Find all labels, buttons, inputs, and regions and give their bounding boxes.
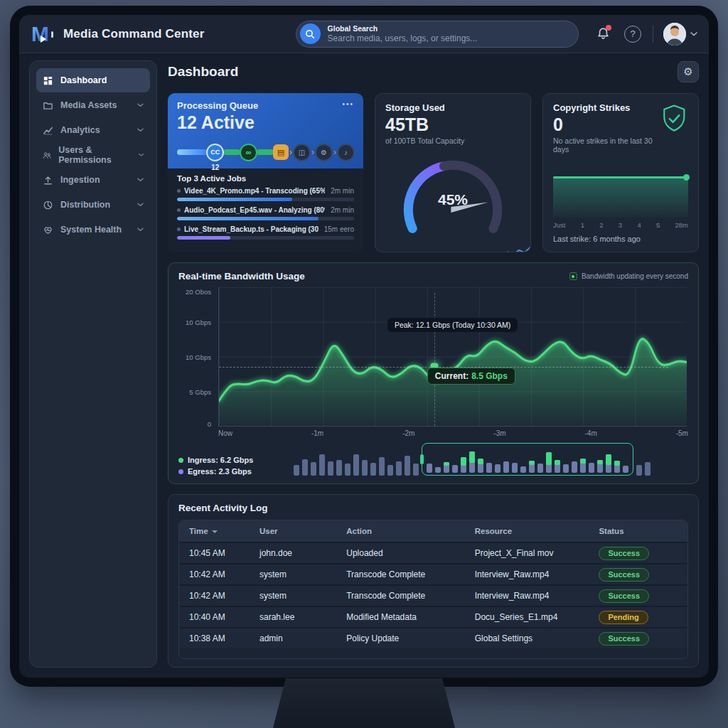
pipeline-node-publish[interactable]: ◫ bbox=[293, 144, 311, 161]
time-dashed-line bbox=[434, 293, 435, 426]
bandwidth-panel: Real-time Bandwidth Usage Bandwidth upda… bbox=[168, 262, 699, 484]
x-tick: -2m bbox=[402, 429, 414, 437]
chevron-down-icon bbox=[137, 128, 144, 132]
minimap-bar bbox=[645, 462, 651, 476]
cell-user: john.doe bbox=[259, 548, 346, 558]
table-row[interactable]: 10:42 AM system Transcode Complete Inter… bbox=[179, 563, 687, 584]
user-menu[interactable] bbox=[663, 23, 697, 46]
cell-resource: Docu_Series_E1.mp4 bbox=[475, 612, 599, 622]
minimap-bar bbox=[405, 456, 410, 476]
sidebar-item-media-assets[interactable]: Media Assets bbox=[36, 93, 150, 117]
job-row[interactable]: Audio_Podcast_Ep45.wav - Analyzing (80%)… bbox=[177, 206, 354, 220]
x-tick: 3 bbox=[619, 221, 622, 229]
progress-fill bbox=[177, 236, 230, 240]
job-name: Audio_Podcast_Ep45.wav - Analyzing (80%) bbox=[177, 206, 325, 214]
sidebar-item-analytics[interactable]: Analytics bbox=[36, 118, 150, 142]
x-tick: 28m bbox=[675, 221, 688, 229]
status-badge: Success bbox=[599, 589, 649, 603]
current-label: Current: bbox=[435, 371, 469, 381]
cell-resource: Global Settings bbox=[475, 633, 599, 643]
col-time[interactable]: Time bbox=[189, 527, 259, 535]
sidebar-item-distribution[interactable]: Distribution bbox=[36, 193, 150, 217]
minimap-bar bbox=[589, 463, 594, 473]
minimap-bar bbox=[319, 454, 325, 476]
cell-resource: Interview_Raw.mp4 bbox=[475, 591, 599, 601]
minimap-bar bbox=[636, 465, 642, 476]
sidebar-item-system-health[interactable]: System Health bbox=[36, 218, 150, 242]
cell-time: 10:42 AM bbox=[189, 591, 259, 601]
x-tick: 4 bbox=[637, 221, 641, 229]
pie-chart-icon bbox=[43, 200, 53, 210]
table-row[interactable]: 10:38 AM admin Policy Update Global Sett… bbox=[179, 627, 687, 648]
help-icon[interactable]: ? bbox=[623, 24, 643, 44]
cell-user: admin bbox=[259, 633, 346, 643]
minimap-bar bbox=[345, 464, 350, 476]
live-status: Bandwidth updating every second bbox=[569, 272, 688, 280]
more-options-icon[interactable]: ••• bbox=[342, 100, 354, 108]
pipeline-node-transcode[interactable]: CC 12 bbox=[206, 144, 224, 161]
upload-icon bbox=[43, 175, 53, 186]
bandwidth-title: Real-time Bandwidth Usage bbox=[178, 271, 305, 282]
chevron-right-icon: › bbox=[333, 147, 336, 157]
minimap-bar bbox=[294, 465, 299, 476]
bandwidth-legend: Ingress: 6.2 Gbps Egress: 2.3 Gbps bbox=[178, 453, 284, 476]
copyright-card: Copyright Strikes 0 No active strikes in… bbox=[542, 93, 699, 252]
strikes-subtitle: No active strikes in the last 30 days bbox=[553, 136, 660, 154]
cell-time: 10:40 AM bbox=[189, 612, 259, 622]
minimap-bar bbox=[503, 461, 509, 473]
x-tick: -4m bbox=[585, 429, 597, 437]
avatar[interactable] bbox=[663, 23, 686, 46]
gauge-percent: 45% bbox=[438, 191, 468, 208]
sidebar-item-ingestion[interactable]: Ingestion bbox=[36, 168, 150, 192]
cell-resource: Interview_Raw.mp4 bbox=[475, 569, 599, 579]
pipeline-node-package[interactable]: ▤ bbox=[273, 144, 289, 160]
minimap-brush-selection[interactable] bbox=[422, 443, 633, 476]
search-icon[interactable] bbox=[300, 23, 321, 44]
settings-gear-icon[interactable]: ⚙ bbox=[678, 61, 699, 82]
job-name: Videe_4K_Promo.mp4 - Transcoding (65%) bbox=[177, 187, 325, 195]
job-row[interactable]: Live_Stream_Backup.ts - Packaging (30%) … bbox=[177, 225, 354, 240]
job-name: Live_Stream_Backup.ts - Packaging (30%) bbox=[177, 225, 318, 233]
progress-track bbox=[177, 236, 354, 240]
minimap-bar bbox=[435, 467, 441, 473]
svg-text:M: M bbox=[31, 23, 49, 46]
minimap-bar bbox=[353, 454, 359, 476]
status-badge: Pending bbox=[599, 611, 648, 624]
minimap-bar bbox=[546, 452, 552, 473]
table-row[interactable]: 10:40 AM sarah.lee Modified Metadata Doc… bbox=[179, 606, 687, 627]
storage-value: 45TB bbox=[385, 114, 520, 135]
job-row[interactable]: Videe_4K_Promo.mp4 - Transcoding (65%) 2… bbox=[177, 187, 354, 201]
current-tooltip: Current:8.5 Gbps bbox=[427, 368, 515, 385]
x-tick: -3m bbox=[493, 429, 505, 437]
minimap-bar bbox=[302, 459, 308, 476]
minimap-bar bbox=[396, 461, 402, 476]
minimap-bar bbox=[444, 462, 449, 473]
minimap-bar bbox=[413, 464, 419, 476]
app-logo-icon: M bbox=[31, 23, 56, 46]
minimap-bar bbox=[580, 459, 586, 473]
sidebar-item-label: Users & Permissions bbox=[58, 145, 131, 165]
heart-pulse-icon bbox=[43, 225, 53, 235]
notifications-bell-icon[interactable] bbox=[593, 24, 613, 44]
minimap-bar bbox=[614, 461, 620, 473]
x-tick: 1 bbox=[581, 221, 584, 229]
sidebar-item-users-permissions[interactable]: Users & Permissions bbox=[36, 143, 150, 167]
pipeline-node-audio[interactable]: ♪ bbox=[337, 144, 355, 161]
cell-time: 10:45 AM bbox=[189, 548, 259, 558]
live-status-label: Bandwidth updating every second bbox=[582, 272, 688, 280]
global-search[interactable]: Global Search bbox=[296, 21, 579, 48]
cell-time: 10:42 AM bbox=[189, 569, 259, 579]
minimap-bar bbox=[537, 464, 543, 473]
cell-user: system bbox=[259, 591, 346, 601]
pipeline-node-analyze[interactable]: ∞ bbox=[240, 144, 257, 161]
chevron-down-icon bbox=[137, 178, 144, 182]
sidebar-item-dashboard[interactable]: Dashboard bbox=[36, 68, 150, 92]
table-row[interactable]: 10:45 AM john.doe Uploaded Project_X_Fin… bbox=[179, 542, 687, 563]
ingress-dot bbox=[178, 458, 183, 463]
table-row[interactable]: 10:42 AM system Transcode Complete Inter… bbox=[179, 584, 687, 606]
chevron-down-icon bbox=[137, 203, 144, 207]
pipeline-segment bbox=[223, 149, 240, 155]
pipeline-node-count: 12 bbox=[211, 164, 219, 171]
search-input[interactable] bbox=[328, 33, 569, 43]
pipeline-node-secure[interactable]: ⚙ bbox=[315, 144, 333, 161]
